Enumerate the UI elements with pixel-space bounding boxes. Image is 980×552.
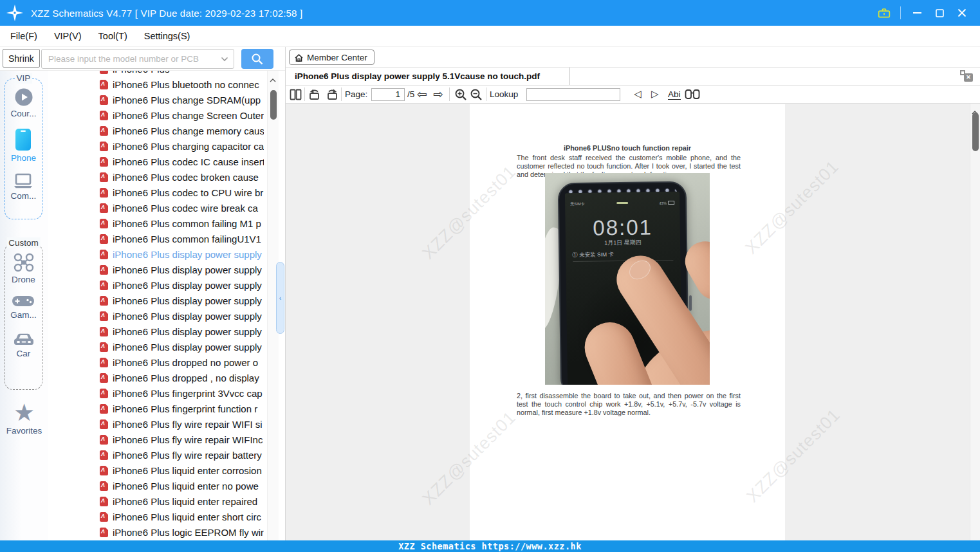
list-item[interactable]: ΛiPhone6 Plus change Screen Outer (48, 107, 264, 123)
pdf-file-icon: Λ (100, 512, 108, 522)
list-item[interactable]: ΛiPhone6 Plus dropped no power o (48, 354, 264, 370)
search-input[interactable] (41, 49, 234, 69)
list-item[interactable]: ΛiPhone6 Plus display power supply (48, 324, 264, 339)
rotate-left-button[interactable] (308, 86, 322, 103)
list-item[interactable]: ΛiPhone6 Plus fly wire repair WIFI si (48, 416, 264, 432)
shrink-button[interactable]: Shrink (3, 49, 40, 68)
page-forward-button[interactable]: ⇨ (433, 86, 443, 103)
list-item[interactable]: ΛiPhone6 Plus change SDRAM(upp (48, 92, 264, 107)
page-label: Page: (345, 86, 367, 103)
list-item[interactable]: ΛiPhone6 Plus fly wire repair battery (48, 447, 264, 463)
pdf-viewer[interactable]: iPhone6 PLUSno touch function repair The… (286, 104, 980, 540)
list-item[interactable]: ΛiPhone6 Plus display power supply (48, 246, 264, 262)
zoom-out-button[interactable] (470, 86, 483, 103)
collapse-panel-handle[interactable]: ‹ (276, 262, 284, 334)
star-icon: ★ (14, 401, 35, 425)
pdf-file-icon: Λ (100, 450, 108, 460)
page-back-button[interactable]: ⇦ (417, 86, 427, 103)
list-item[interactable]: ΛiPhone6 Plus codec to CPU wire br (48, 185, 264, 200)
menu-tool[interactable]: Tool(T) (90, 31, 136, 41)
rail-item-car[interactable]: Car (12, 329, 35, 358)
file-list-panel: ΛiPhone6 PlusΛiPhone6 Plus bluetooth no … (48, 71, 285, 540)
two-page-view-button[interactable] (290, 86, 302, 103)
list-item[interactable]: ΛiPhone6 Plus fly wire repair WIFInc (48, 432, 264, 447)
chevron-left-icon: ‹ (279, 294, 282, 302)
zoom-in-button[interactable] (454, 86, 467, 103)
list-item[interactable]: ΛiPhone6 Plus codec IC cause insert (48, 154, 264, 169)
minimize-button[interactable] (911, 6, 923, 19)
pdf-file-icon: Λ (100, 296, 108, 306)
menu-vip[interactable]: VIP(V) (46, 31, 90, 41)
search-button[interactable] (241, 49, 273, 69)
maximize-button[interactable] (933, 6, 946, 19)
speaker-reflection (616, 202, 628, 204)
list-item[interactable]: ΛiPhone6 Plus display power supply (48, 339, 264, 354)
list-item[interactable]: ΛiPhone6 Plus display power supply (48, 262, 264, 277)
gamepad-icon (12, 294, 35, 308)
list-item-label: iPhone6 Plus display power supply (113, 280, 262, 291)
tab-pdf-document[interactable]: iPhone6 Plus display power supply 5.1Vca… (295, 68, 540, 85)
list-item[interactable]: ΛiPhone6 Plus display power supply (48, 293, 264, 308)
computer-icon (12, 172, 34, 189)
lookup-input[interactable] (526, 88, 620, 101)
list-item[interactable]: ΛiPhone6 Plus change memory caus (48, 123, 264, 138)
scroll-up-icon[interactable] (270, 73, 276, 85)
list-item-label: iPhone6 Plus dropped , no display (113, 373, 259, 383)
list-item[interactable]: ΛiPhone6 Plus liquid enter no powe (48, 478, 264, 493)
chevron-down-icon[interactable] (221, 57, 228, 62)
pdf-file-icon: Λ (100, 250, 108, 259)
scrollbar-thumb[interactable] (972, 113, 979, 151)
phone-side-button (689, 295, 692, 311)
viewer-scrollbar[interactable] (970, 104, 980, 540)
rail-item-drone[interactable]: Drone (12, 252, 35, 284)
rail-item-phone[interactable]: Phone (11, 128, 36, 163)
list-item[interactable]: ΛiPhone6 Plus common failingU1V1 (48, 231, 264, 246)
pdf-file-icon: Λ (100, 188, 108, 198)
list-item-label: iPhone6 Plus charging capacitor ca (113, 141, 264, 152)
scrollbar-thumb[interactable] (270, 90, 277, 120)
list-item[interactable]: ΛiPhone6 Plus fingerprint function r (48, 401, 264, 416)
list-item-label: iPhone6 Plus display power supply (113, 326, 262, 337)
menu-settings[interactable]: Settings(S) (136, 31, 199, 41)
list-item[interactable]: ΛiPhone6 Plus liquid enter corrosion (48, 463, 264, 478)
list-item[interactable]: ΛiPhone6 Plus liquid enter repaired (48, 493, 264, 509)
toolbox-icon[interactable] (878, 6, 891, 19)
find-previous-button[interactable]: ◁ (634, 86, 642, 103)
rail-item-game[interactable]: Gam... (10, 294, 37, 320)
pdf-file-icon: Λ (100, 528, 108, 537)
rotate-right-button[interactable] (325, 86, 339, 103)
lockscreen-date: 1月1日 星期四 (566, 238, 680, 248)
rail-item-course[interactable]: Cour... (11, 87, 37, 118)
page-total: /5 (407, 86, 414, 103)
list-item[interactable]: ΛiPhone6 Plus liquid enter short circ (48, 509, 264, 524)
list-item[interactable]: ΛiPhone6 Plus fingerprint 3Vvcc cap (48, 385, 264, 401)
member-center-button[interactable]: Member Center (289, 50, 374, 65)
list-item-label: iPhone6 Plus dropped no power o (113, 357, 258, 368)
list-item[interactable]: ΛiPhone6 Plus logic EEPROM fly wir (48, 524, 264, 540)
find-next-button[interactable]: ▷ (651, 86, 659, 103)
rail-item-favorites[interactable]: ★ Favorites (0, 401, 48, 436)
list-item[interactable]: ΛiPhone6 Plus dropped , no display (48, 370, 264, 385)
home-icon (294, 53, 304, 62)
pdf-toolbar: Page: /5 ⇦ ⇨ Lookup ◁ ▷ Abi (286, 86, 980, 104)
search-combobox[interactable] (41, 49, 234, 69)
list-item[interactable]: ΛiPhone6 Plus common failing M1 p (48, 216, 264, 231)
list-item[interactable]: ΛiPhone6 Plus codec broken cause (48, 169, 264, 185)
rail-item-computer[interactable]: Com... (11, 172, 37, 201)
close-tab-icon[interactable]: ✕ (960, 70, 973, 82)
pdf-file-icon: Λ (100, 311, 108, 321)
pdf-file-icon: Λ (100, 373, 108, 383)
list-item[interactable]: ΛiPhone6 Plus bluetooth no connec (48, 77, 264, 92)
list-item-label: iPhone6 Plus change SDRAM(upp (113, 95, 261, 106)
search-results-button[interactable] (685, 86, 700, 103)
list-item[interactable]: ΛiPhone6 Plus display power supply (48, 277, 264, 293)
list-item[interactable]: ΛiPhone6 Plus display power supply (48, 308, 264, 324)
list-item[interactable]: ΛiPhone6 Plus codec wire break ca (48, 200, 264, 216)
menu-file[interactable]: File(F) (2, 31, 46, 41)
list-item-label: iPhone6 Plus fingerprint function r (113, 403, 257, 414)
list-item[interactable]: ΛiPhone6 Plus charging capacitor ca (48, 138, 264, 154)
list-item[interactable]: ΛiPhone6 Plus (48, 71, 264, 77)
page-number-input[interactable] (371, 88, 405, 101)
close-button[interactable] (956, 6, 968, 19)
whole-word-button[interactable]: Abi (668, 86, 681, 103)
